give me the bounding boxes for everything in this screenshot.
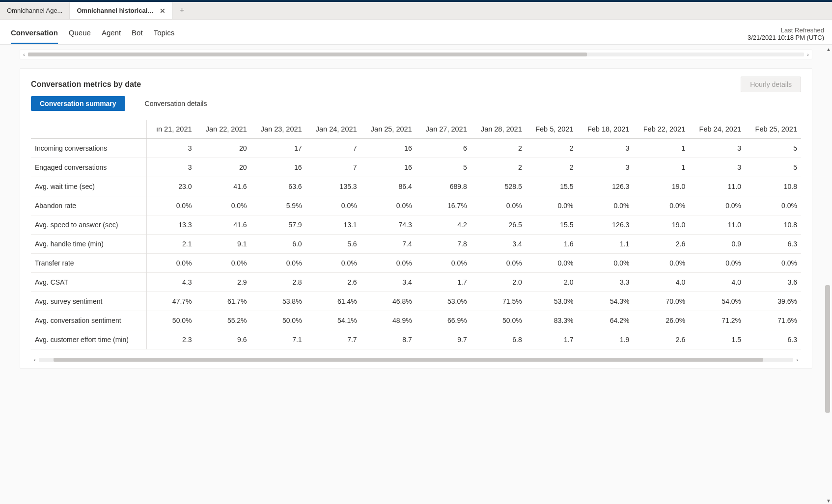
new-tab-button[interactable]: +: [173, 2, 191, 19]
sub-tab-details[interactable]: Conversation details: [136, 96, 216, 111]
scroll-right-icon[interactable]: ›: [793, 357, 801, 363]
metric-value-cell: 71.2%: [689, 311, 745, 330]
column-header[interactable]: Jan 22, 2021: [196, 120, 251, 139]
metric-name-header: [31, 120, 147, 139]
metric-value-cell: 16: [361, 158, 416, 177]
metric-value-cell: 16: [361, 139, 416, 158]
metric-value-cell: 2.6: [633, 235, 689, 254]
upper-horizontal-scrollbar[interactable]: ‹ ›: [20, 50, 812, 59]
metric-value-cell: 0.0%: [526, 196, 578, 215]
table-header: ın 21, 2021Jan 22, 2021Jan 23, 2021Jan 2…: [31, 120, 801, 139]
scroll-thumb[interactable]: [28, 53, 587, 56]
column-header[interactable]: Jan 27, 2021: [416, 120, 471, 139]
scroll-left-icon[interactable]: ‹: [31, 357, 39, 363]
nav-tab-conversation[interactable]: Conversation: [11, 24, 58, 44]
scroll-left-icon[interactable]: ‹: [20, 52, 28, 57]
metric-value-cell: 1.5: [689, 330, 745, 349]
table-row: Avg. CSAT4.32.92.82.63.41.72.02.03.34.04…: [31, 273, 801, 292]
column-header[interactable]: Feb 5, 2021: [526, 120, 578, 139]
metric-value-cell: 13.1: [306, 215, 361, 235]
metric-value-cell: 16.7%: [416, 196, 471, 215]
metric-value-cell: 0.0%: [147, 254, 196, 273]
scroll-track[interactable]: [39, 358, 794, 362]
metric-value-cell: 689.8: [416, 177, 471, 196]
metric-value-cell: 20: [196, 139, 251, 158]
metric-value-cell: 2.0: [526, 273, 578, 292]
nav-tab-topics[interactable]: Topics: [154, 24, 175, 44]
metric-value-cell: 66.9%: [416, 311, 471, 330]
metric-value-cell: 7.1: [251, 330, 306, 349]
table-body: Incoming conversations320177166223135Eng…: [31, 139, 801, 349]
metric-value-cell: 54.1%: [306, 311, 361, 330]
metric-value-cell: 9.6: [196, 330, 251, 349]
column-header[interactable]: Feb 22, 2021: [633, 120, 689, 139]
close-icon[interactable]: ✕: [160, 7, 166, 14]
column-header[interactable]: Feb 25, 2021: [745, 120, 801, 139]
metric-value-cell: 0.0%: [361, 196, 416, 215]
metric-value-cell: 4.2: [416, 215, 471, 235]
metric-value-cell: 0.0%: [633, 254, 689, 273]
metric-value-cell: 0.0%: [578, 254, 634, 273]
metric-value-cell: 19.0: [633, 215, 689, 235]
column-header[interactable]: Jan 24, 2021: [306, 120, 361, 139]
tab-omnichannel-historical[interactable]: Omnichannel historical an... ✕: [70, 2, 173, 19]
column-header[interactable]: ın 21, 2021: [147, 120, 196, 139]
nav-tabs: Conversation Queue Agent Bot Topics: [11, 24, 174, 44]
metric-value-cell: 4.0: [633, 273, 689, 292]
metric-value-cell: 71.5%: [471, 292, 526, 311]
metric-name-cell: Transfer rate: [31, 254, 147, 273]
column-header[interactable]: Feb 18, 2021: [578, 120, 634, 139]
metric-value-cell: 0.0%: [689, 254, 745, 273]
metric-name-cell: Incoming conversations: [31, 139, 147, 158]
metric-value-cell: 528.5: [471, 177, 526, 196]
metric-name-cell: Avg. CSAT: [31, 273, 147, 292]
metric-value-cell: 7.8: [416, 235, 471, 254]
scroll-thumb[interactable]: [54, 358, 763, 362]
metric-value-cell: 3.4: [361, 273, 416, 292]
metric-value-cell: 41.6: [196, 215, 251, 235]
nav-tab-agent[interactable]: Agent: [102, 24, 121, 44]
metric-value-cell: 48.9%: [361, 311, 416, 330]
tab-omnichannel-age[interactable]: Omnichannel Age...: [0, 2, 70, 19]
sub-tab-summary[interactable]: Conversation summary: [31, 96, 125, 111]
metric-value-cell: 5: [416, 158, 471, 177]
metric-value-cell: 7.7: [306, 330, 361, 349]
metric-value-cell: 1: [633, 139, 689, 158]
upper-card-sliver: ‹ ›: [20, 50, 812, 59]
nav-tab-queue[interactable]: Queue: [69, 24, 91, 44]
column-header[interactable]: Feb 24, 2021: [689, 120, 745, 139]
scroll-track[interactable]: [28, 53, 804, 56]
metric-value-cell: 0.0%: [251, 254, 306, 273]
metric-value-cell: 9.7: [416, 330, 471, 349]
metric-value-cell: 0.0%: [196, 196, 251, 215]
metric-value-cell: 1: [633, 158, 689, 177]
metric-value-cell: 54.3%: [578, 292, 634, 311]
metric-value-cell: 26.5: [471, 215, 526, 235]
metric-value-cell: 6: [416, 139, 471, 158]
metric-value-cell: 0.0%: [361, 254, 416, 273]
metric-value-cell: 5.6: [306, 235, 361, 254]
column-header[interactable]: Jan 28, 2021: [471, 120, 526, 139]
hourly-details-button[interactable]: Hourly details: [741, 77, 801, 92]
metric-value-cell: 83.3%: [526, 311, 578, 330]
metric-value-cell: 1.7: [526, 330, 578, 349]
metric-value-cell: 20: [196, 158, 251, 177]
metric-value-cell: 2.3: [147, 330, 196, 349]
scroll-up-icon[interactable]: ▲: [826, 47, 831, 52]
nav-tab-bot[interactable]: Bot: [132, 24, 143, 44]
metric-value-cell: 2: [526, 158, 578, 177]
column-header[interactable]: Jan 23, 2021: [251, 120, 306, 139]
column-header[interactable]: Jan 25, 2021: [361, 120, 416, 139]
metric-value-cell: 2.9: [196, 273, 251, 292]
table-horizontal-scrollbar[interactable]: ‹ ›: [31, 356, 801, 363]
scroll-down-icon[interactable]: ▼: [826, 498, 831, 504]
scroll-right-icon[interactable]: ›: [804, 52, 812, 57]
card-title: Conversation metrics by date: [31, 80, 741, 89]
metric-value-cell: 0.0%: [471, 196, 526, 215]
vertical-scrollbar-thumb[interactable]: [825, 285, 830, 413]
metric-value-cell: 50.0%: [147, 311, 196, 330]
metrics-table-wrap: ın 21, 2021Jan 22, 2021Jan 23, 2021Jan 2…: [20, 115, 812, 349]
metric-value-cell: 70.0%: [633, 292, 689, 311]
metric-value-cell: 135.3: [306, 177, 361, 196]
metric-name-cell: Abandon rate: [31, 196, 147, 215]
